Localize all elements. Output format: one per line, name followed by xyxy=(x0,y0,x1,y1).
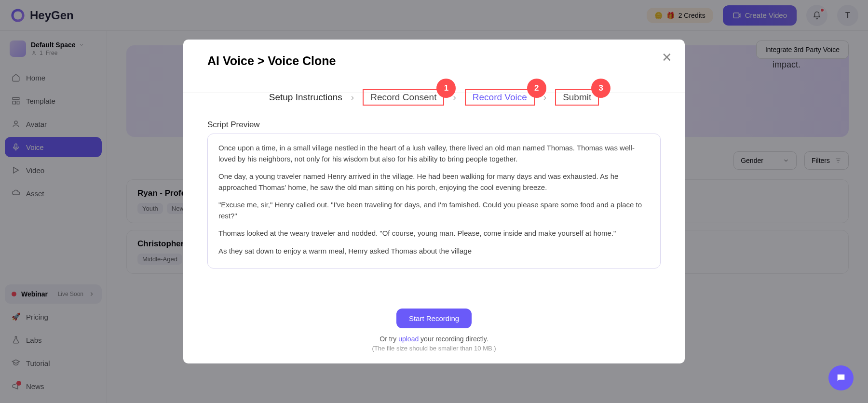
step-number-badge: 3 xyxy=(591,79,610,98)
script-paragraph: Thomas looked at the weary traveler and … xyxy=(218,228,650,239)
modal-title: AI Voice > Voice Clone xyxy=(207,54,661,68)
start-recording-label: Start Recording xyxy=(409,314,459,322)
script-preview-label: Script Preview xyxy=(207,120,661,130)
ortry-pre: Or try xyxy=(380,335,398,343)
step-record-voice[interactable]: Record Voice 2 xyxy=(465,89,535,106)
close-modal-button[interactable]: ✕ xyxy=(662,50,672,65)
step-record-consent[interactable]: Record Consent 1 xyxy=(363,89,444,106)
step-label: Submit xyxy=(563,92,591,102)
step-label: Record Consent xyxy=(370,92,436,102)
step-setup: Setup Instructions xyxy=(269,92,342,103)
script-paragraph: Once upon a time, in a small village nes… xyxy=(218,143,650,164)
step-number-badge: 2 xyxy=(527,79,546,98)
step-breadcrumb: Setup Instructions › Record Consent 1 › … xyxy=(207,89,661,106)
file-size-note: (The file size should be smaller than 10… xyxy=(207,345,661,352)
upload-hint: Or try upload your recording directly. xyxy=(207,335,661,343)
upload-link[interactable]: upload xyxy=(398,335,419,343)
modal-overlay: ✕ AI Voice > Voice Clone Setup Instructi… xyxy=(0,0,868,403)
script-paragraph: As they sat down to enjoy a warm meal, H… xyxy=(218,246,650,257)
script-paragraph: One day, a young traveler named Henry ar… xyxy=(218,171,650,193)
step-label: Record Voice xyxy=(473,92,527,102)
chat-icon xyxy=(836,373,846,383)
ortry-post: your recording directly. xyxy=(419,335,488,343)
voice-clone-modal: ✕ AI Voice > Voice Clone Setup Instructi… xyxy=(183,40,685,363)
script-paragraph: "Excuse me, sir," Henry called out. "I'v… xyxy=(218,200,650,221)
step-submit[interactable]: Submit 3 xyxy=(555,89,599,106)
breadcrumb-arrow-icon: › xyxy=(351,92,354,103)
start-recording-button[interactable]: Start Recording xyxy=(396,309,472,328)
help-fab-button[interactable] xyxy=(828,365,854,390)
script-preview-box[interactable]: Once upon a time, in a small village nes… xyxy=(207,134,661,269)
